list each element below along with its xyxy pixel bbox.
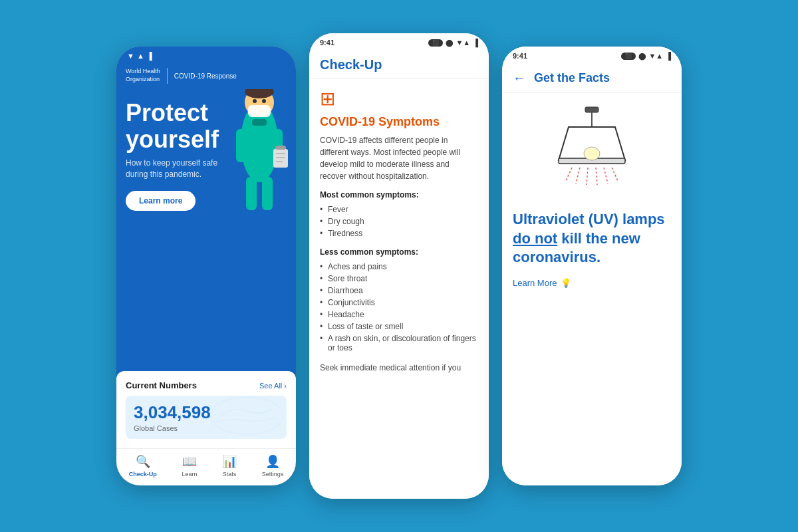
phone-1: ▼ ▲ ▐ World Health Organization COVID-19… [116, 47, 296, 485]
symptom-section-title: COVID-19 Symptoms [320, 115, 478, 129]
less-common-symptoms-label: Less common symptoms: [320, 247, 478, 257]
pill-icon: ⬛ [428, 39, 443, 47]
settings-nav-icon: 👤 [265, 454, 280, 469]
svg-point-4 [253, 99, 257, 103]
signal-icons: ▼ ▲ ▐ [127, 52, 152, 60]
svg-line-23 [576, 168, 580, 184]
stats-header: Current Numbers See All › [126, 380, 287, 390]
checkup-nav-icon: 🔍 [136, 454, 150, 469]
nav-learn[interactable]: 📖 Learn [182, 454, 197, 477]
wifi-3-icon: ▼▲ [648, 52, 663, 60]
seek-attention-text: Seek immediate medical attention if you [320, 362, 478, 374]
learn-nav-icon: 📖 [182, 454, 197, 469]
svg-line-24 [587, 168, 588, 185]
svg-rect-14 [276, 157, 285, 158]
status-bar-2: 9:41 ⬛ ⬤ ▼▲ ▐ [309, 33, 489, 49]
svg-rect-9 [246, 177, 257, 210]
svg-line-27 [612, 168, 618, 182]
list-item: Dry cough [320, 215, 478, 227]
nav-stats[interactable]: 📊 Stats [222, 454, 237, 477]
back-button[interactable]: ← [513, 70, 526, 86]
list-item: Tiredness [320, 227, 478, 239]
who-logo: World Health Organization [126, 68, 160, 83]
phone-3: 9:41 ⬛ ⬤ ▼▲ ▐ ← Get the Facts [502, 47, 682, 485]
stats-section-title: Current Numbers [126, 380, 197, 390]
common-symptoms-list: Fever Dry cough Tiredness [320, 203, 478, 239]
circle-icon: ⬤ [446, 39, 453, 47]
list-item: Sore throat [320, 273, 478, 285]
list-item: Aches and pains [320, 261, 478, 273]
facts-text-before: Ultraviolet (UV) lamps [513, 211, 665, 227]
learn-more-label: Learn More [513, 278, 557, 288]
svg-line-22 [565, 168, 572, 182]
nav-checkup[interactable]: 🔍 Check-Up [129, 454, 157, 477]
facts-main-text: Ultraviolet (UV) lamps do not kill the n… [513, 210, 671, 267]
facts-header: ← Get the Facts [502, 63, 682, 93]
checkup-body: ⊞ COVID-19 Symptoms COVID-19 affects dif… [309, 78, 489, 499]
learn-more-facts[interactable]: Learn More 💡 [513, 278, 671, 288]
phone-2: 9:41 ⬛ ⬤ ▼▲ ▐ Check-Up ⊞ COVID-19 Sympto… [309, 33, 489, 499]
battery-3-icon: ▐ [666, 52, 671, 60]
stats-nav-label: Stats [223, 471, 237, 477]
stats-nav-icon: 📊 [222, 454, 237, 469]
stats-card: 3,034,598 Global Cases [126, 396, 287, 439]
learn-nav-label: Learn [182, 471, 197, 477]
svg-rect-12 [275, 146, 286, 150]
covid-response-label: COVID-19 Response [174, 72, 237, 80]
battery-2-icon: ▐ [473, 39, 478, 47]
list-item: Fever [320, 203, 478, 215]
stats-section: Current Numbers See All › 3,034,598 Glob… [116, 371, 296, 448]
svg-rect-17 [585, 107, 598, 112]
symptom-description: COVID-19 affects different people in dif… [320, 134, 478, 182]
svg-point-16 [210, 397, 283, 434]
learn-more-button[interactable]: Learn more [126, 191, 196, 211]
svg-rect-7 [236, 129, 245, 162]
list-item: A rash on skin, or discolouration of fin… [320, 332, 478, 354]
svg-rect-3 [248, 105, 271, 117]
svg-line-25 [596, 168, 597, 185]
who-header: World Health Organization COVID-19 Respo… [116, 63, 296, 89]
svg-rect-13 [276, 153, 285, 154]
svg-rect-6 [252, 119, 267, 126]
doctor-illustration [223, 89, 296, 202]
list-item: Diarrhoea [320, 285, 478, 297]
list-item: Conjunctivitis [320, 297, 478, 309]
svg-point-5 [262, 99, 266, 103]
facts-title: Get the Facts [534, 71, 610, 85]
svg-rect-15 [276, 161, 283, 162]
wifi-2-icon: ▼▲ [456, 39, 470, 47]
list-item: Loss of taste or smell [320, 321, 478, 332]
status-bar-1: ▼ ▲ ▐ [116, 47, 296, 63]
pill-3-icon: ⬛ [621, 53, 636, 60]
settings-nav-label: Settings [262, 471, 284, 477]
nav-settings[interactable]: 👤 Settings [262, 454, 284, 477]
uv-lamp-illustration [513, 104, 671, 197]
checkup-nav-label: Check-Up [129, 471, 157, 477]
svg-point-21 [584, 147, 600, 160]
see-all-link[interactable]: See All › [259, 382, 287, 390]
less-common-symptoms-list: Aches and pains Sore throat Diarrhoea Co… [320, 261, 478, 354]
signal-icon: ▲ [137, 52, 144, 60]
circle-3-icon: ⬤ [638, 53, 646, 60]
header-divider [167, 68, 168, 84]
lightbulb-icon: 💡 [561, 278, 571, 288]
common-symptoms-label: Most common symptoms: [320, 190, 478, 200]
time-2: 9:41 [320, 39, 334, 47]
status-icons-3: ⬛ ⬤ ▼▲ ▐ [621, 52, 671, 60]
symptom-section-icon: ⊞ [320, 88, 478, 110]
bottom-nav: 🔍 Check-Up 📖 Learn 📊 Stats 👤 Settings [116, 448, 296, 485]
svg-line-26 [604, 168, 608, 184]
status-bar-3: 9:41 ⬛ ⬤ ▼▲ ▐ [502, 47, 682, 63]
checkup-header: Check-Up [309, 49, 489, 78]
checkup-title: Check-Up [320, 57, 382, 72]
time-3: 9:41 [513, 52, 527, 60]
status-icons-2: ⬛ ⬤ ▼▲ ▐ [428, 39, 478, 47]
facts-body: Ultraviolet (UV) lamps do not kill the n… [502, 93, 682, 485]
hero-section: Protect yourself How to keep yourself sa… [116, 89, 296, 371]
facts-text-emphasis: do not [513, 230, 557, 247]
svg-rect-10 [262, 177, 273, 210]
wifi-icon: ▼ [127, 52, 134, 60]
battery-icon: ▐ [147, 52, 152, 60]
list-item: Headache [320, 309, 478, 321]
